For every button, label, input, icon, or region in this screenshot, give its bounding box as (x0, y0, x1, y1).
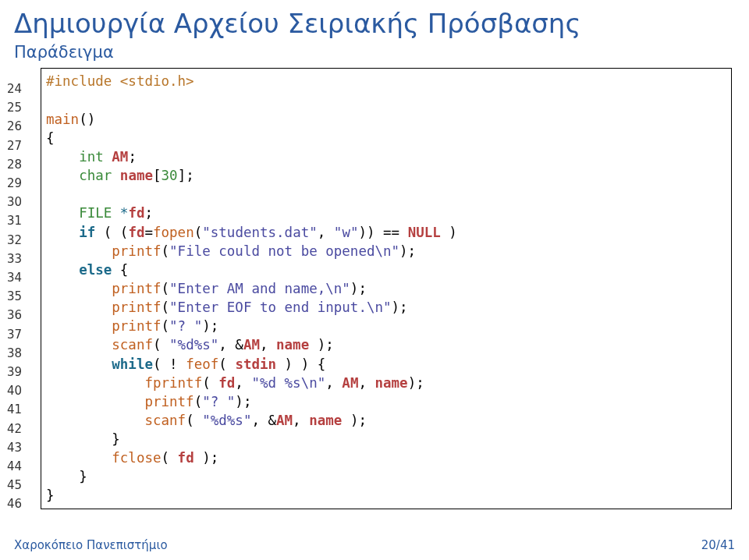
slide-footer: Χαροκόπειο Πανεπιστήμιο 20/41 (14, 538, 735, 552)
punct: ; (128, 149, 137, 165)
var-am: AM (243, 337, 260, 353)
punct: { (112, 262, 128, 278)
var-name: name (112, 168, 153, 183)
punct: ( (202, 375, 218, 391)
str: "Enter EOF to end input.\n" (169, 299, 391, 315)
punct: } (79, 469, 87, 484)
slide-title: Δημιουργία Αρχείου Σειριακής Πρόσβασης (14, 9, 735, 38)
kw-while: while (112, 356, 153, 372)
var-fd: fd (178, 450, 194, 466)
fn-printf: printf (112, 299, 161, 315)
fn-fprintf: fprintf (144, 375, 202, 391)
fn-printf: printf (144, 394, 193, 409)
punct: ( (186, 413, 202, 428)
str: "? " (202, 394, 235, 409)
punct: , (318, 225, 334, 240)
var-name: name (375, 375, 408, 391)
punct: )) == (358, 225, 407, 240)
var-name: name (309, 413, 342, 428)
var-name: name (276, 337, 309, 353)
str: "Enter AM and name,\n" (169, 281, 350, 296)
punct: , & (251, 413, 276, 428)
punct: ( (153, 337, 169, 353)
fn-printf: printf (112, 243, 161, 259)
fn-fopen: fopen (153, 225, 194, 240)
var-am: AM (342, 375, 358, 391)
str: "%d %s\n" (251, 375, 325, 391)
punct: ]; (178, 168, 194, 183)
punct: ( (162, 243, 170, 259)
kw-else: else (79, 262, 112, 278)
str: "File could not be opened\n" (169, 243, 399, 259)
fn-main: main (46, 112, 79, 127)
punct: () (79, 112, 95, 127)
kw-if: if (79, 225, 95, 240)
var-fd: fd (128, 225, 144, 240)
punct: , (235, 375, 251, 391)
punct: ( (162, 299, 170, 315)
punct: ); (235, 394, 251, 409)
line-number-gutter: 2425262728293031323334353637383940414243… (2, 80, 22, 514)
punct: ); (309, 337, 334, 353)
punct: ( (162, 281, 170, 296)
fn-printf: printf (112, 318, 161, 334)
punct: , (358, 375, 374, 391)
str: "? " (169, 318, 202, 334)
punct: { (46, 130, 55, 146)
var-fd: fd (128, 205, 144, 221)
punct: , (293, 413, 309, 428)
punct: } (112, 431, 120, 447)
punct: ; (144, 205, 153, 221)
type-file: FILE (79, 205, 112, 221)
pp-include: #include <stdio.h> (46, 73, 194, 89)
punct: ); (350, 281, 367, 296)
punct: = (144, 225, 153, 240)
punct: ( (194, 225, 203, 240)
punct: ( (194, 394, 203, 409)
punct: ( (162, 318, 170, 334)
var-stdin: stdin (235, 356, 276, 372)
slide-subtitle: Παράδειγμα (14, 43, 735, 62)
kw-int: int (79, 149, 104, 165)
punct: , & (218, 337, 243, 353)
var-am: AM (276, 413, 293, 428)
punct: ) (441, 225, 457, 240)
punct: } (46, 487, 55, 503)
punct: ); (194, 450, 219, 466)
const-null: NULL (408, 225, 441, 240)
punct: ( ( (95, 225, 128, 240)
code-listing: #include <stdio.h> main() { int AM; char… (41, 68, 732, 509)
var-fd: fd (218, 375, 235, 391)
punct: , (260, 337, 276, 353)
var-am: AM (104, 149, 129, 165)
footer-right: 20/41 (701, 538, 735, 552)
punct: ); (202, 318, 218, 334)
star: * (112, 205, 128, 221)
footer-left: Χαροκόπειο Πανεπιστήμιο (14, 538, 168, 552)
str: "w" (334, 225, 359, 240)
lit-30: 30 (162, 168, 178, 183)
str: "students.dat" (202, 225, 318, 240)
str: "%d%s" (202, 413, 251, 428)
punct: ); (342, 413, 367, 428)
kw-char: char (79, 168, 112, 183)
fn-printf: printf (112, 281, 161, 296)
fn-scanf: scanf (112, 337, 153, 353)
str: "%d%s" (169, 337, 218, 353)
punct: ) ) { (276, 356, 325, 372)
punct: [ (153, 168, 162, 183)
punct: ); (399, 243, 416, 259)
fn-scanf: scanf (144, 413, 186, 428)
punct: ); (392, 299, 408, 315)
punct: ( (162, 450, 178, 466)
punct: ( ! (153, 356, 186, 372)
punct: ( (218, 356, 235, 372)
fn-feof: feof (186, 356, 218, 372)
punct: , (325, 375, 342, 391)
punct: ); (408, 375, 424, 391)
fn-fclose: fclose (112, 450, 161, 466)
